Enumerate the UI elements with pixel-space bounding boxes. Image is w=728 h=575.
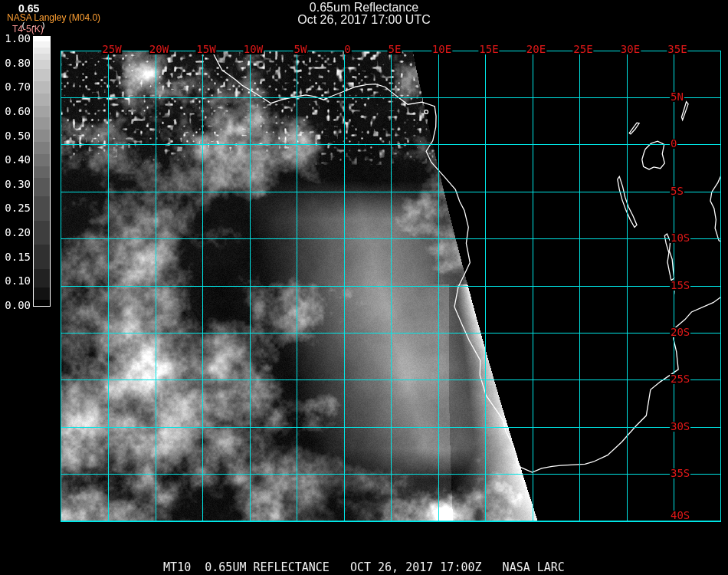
longitude-label: 35E	[667, 44, 687, 54]
footer-caption: MT10 0.65UM REFLECTANCE OCT 26, 2017 17:…	[0, 560, 728, 574]
latitude-label: 35S	[670, 468, 690, 478]
colorbar-tick-label: 0.80	[0, 57, 31, 69]
longitude-label: 10E	[431, 44, 452, 54]
latitude-label: 0	[670, 139, 677, 149]
colorbar-tick-label: 0.10	[0, 274, 31, 287]
colorbar-tick-label: 0.40	[0, 153, 31, 166]
latitude-label: 40S	[670, 511, 690, 521]
colorbar-tick-label: 0.60	[0, 105, 31, 117]
satellite-image-canvas	[0, 0, 728, 575]
colorbar-tick-label: 0.70	[0, 80, 31, 93]
longitude-label: 5W	[293, 44, 308, 54]
colorbar-tick-label: 0.00	[0, 299, 31, 311]
satellite-quicklook-window: 0.65 ( - ) NASA Langley (M04.0) T4-5(K) …	[0, 0, 728, 575]
longitude-label: 0	[343, 44, 351, 54]
longitude-label: 15W	[195, 44, 216, 54]
colorbar-tick-label: 0.30	[0, 178, 31, 190]
longitude-label: 20W	[149, 44, 169, 54]
longitude-label: 10W	[243, 44, 264, 54]
longitude-label: 30E	[620, 44, 641, 54]
longitude-label: 25W	[101, 44, 122, 54]
longitude-label: 5E	[388, 44, 402, 54]
longitude-label: 20E	[526, 44, 546, 54]
latitude-label: 20S	[670, 327, 690, 337]
colorbar-tick-label: 0.15	[0, 251, 31, 263]
latitude-label: 5S	[670, 186, 684, 196]
colorbar-tick-label: 0.20	[0, 226, 31, 238]
latitude-label: 25S	[670, 374, 690, 384]
latitude-label: 15S	[670, 281, 690, 291]
latitude-label: 5N	[670, 92, 684, 102]
longitude-label: 25E	[572, 44, 593, 54]
colorbar-tick-label: 0.50	[0, 130, 31, 142]
colorbar-tick-label: 1.00	[0, 32, 31, 44]
nasa-langley-watermark: NASA Langley (M04.0)	[7, 12, 100, 23]
longitude-label: 15E	[478, 44, 499, 54]
image-subtitle: Oct 26, 2017 17:00 UTC	[297, 13, 430, 27]
colorbar-tick-label: 0.25	[0, 202, 31, 214]
latitude-label: 10S	[670, 233, 690, 243]
latitude-label: 30S	[670, 422, 690, 432]
